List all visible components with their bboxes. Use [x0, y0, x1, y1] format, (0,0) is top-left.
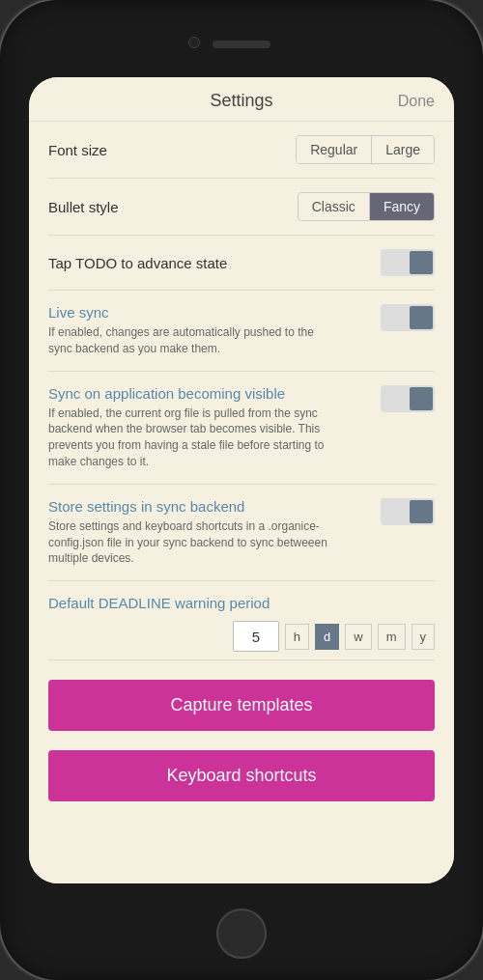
keyboard-shortcuts-button[interactable]: Keyboard shortcuts: [48, 750, 435, 801]
deadline-unit-h[interactable]: h: [285, 624, 309, 650]
tap-todo-knob: [410, 251, 433, 274]
deadline-controls: h d w m y: [48, 621, 435, 652]
settings-content: Font size Regular Large Bullet style Cla…: [29, 122, 454, 883]
deadline-unit-d[interactable]: d: [315, 624, 339, 650]
live-sync-row: Live sync If enabled, changes are automa…: [48, 291, 435, 372]
font-size-regular[interactable]: Regular: [297, 136, 371, 163]
live-sync-label-group: Live sync If enabled, changes are automa…: [48, 304, 381, 357]
deadline-section: Default DEADLINE warning period h d w m …: [48, 581, 435, 660]
live-sync-description: If enabled, changes are automatically pu…: [48, 324, 338, 357]
phone-camera: [188, 37, 200, 48]
sync-visible-row: Sync on application becoming visible If …: [48, 372, 435, 485]
bullet-style-control: Classic Fancy: [298, 192, 435, 221]
tap-todo-toggle[interactable]: [381, 249, 435, 276]
tap-todo-row: Tap TODO to advance state: [48, 236, 435, 291]
deadline-label: Default DEADLINE warning period: [48, 595, 435, 611]
sync-visible-toggle[interactable]: [381, 385, 435, 412]
bullet-style-classic[interactable]: Classic: [298, 193, 369, 220]
bullet-style-row: Bullet style Classic Fancy: [48, 179, 435, 236]
store-settings-row: Store settings in sync backend Store set…: [48, 485, 435, 581]
font-size-label: Font size: [48, 142, 107, 158]
deadline-value-input[interactable]: [233, 621, 279, 652]
bullet-style-label: Bullet style: [48, 199, 119, 215]
store-settings-toggle[interactable]: [381, 498, 435, 525]
live-sync-label: Live sync: [48, 304, 371, 321]
screen: Settings Done Font size Regular Large Bu…: [29, 77, 454, 883]
capture-templates-button[interactable]: Capture templates: [48, 680, 435, 731]
bullet-style-fancy[interactable]: Fancy: [369, 193, 434, 220]
phone-speaker: [213, 41, 270, 48]
deadline-unit-m[interactable]: m: [378, 624, 406, 650]
live-sync-toggle[interactable]: [381, 304, 435, 331]
deadline-unit-y[interactable]: y: [412, 624, 436, 650]
store-settings-knob: [410, 500, 433, 523]
sync-visible-description: If enabled, the current org file is pull…: [48, 406, 338, 470]
buttons-section: Capture templates Keyboard shortcuts: [48, 660, 435, 830]
live-sync-knob: [410, 306, 433, 329]
sync-visible-knob: [410, 387, 433, 410]
phone-home-button[interactable]: [216, 909, 267, 959]
sync-visible-label-group: Sync on application becoming visible If …: [48, 385, 381, 470]
deadline-unit-w[interactable]: w: [345, 624, 371, 650]
done-button[interactable]: Done: [386, 93, 435, 110]
phone-frame: Settings Done Font size Regular Large Bu…: [0, 0, 483, 980]
font-size-large[interactable]: Large: [371, 136, 434, 163]
store-settings-label-group: Store settings in sync backend Store set…: [48, 498, 381, 567]
header: Settings Done: [29, 77, 454, 122]
font-size-control: Regular Large: [296, 135, 435, 164]
store-settings-label: Store settings in sync backend: [48, 498, 371, 515]
tap-todo-label: Tap TODO to advance state: [48, 255, 227, 271]
font-size-row: Font size Regular Large: [48, 122, 435, 179]
sync-visible-label: Sync on application becoming visible: [48, 385, 371, 402]
header-title: Settings: [97, 91, 386, 111]
store-settings-description: Store settings and keyboard shortcuts in…: [48, 518, 338, 567]
